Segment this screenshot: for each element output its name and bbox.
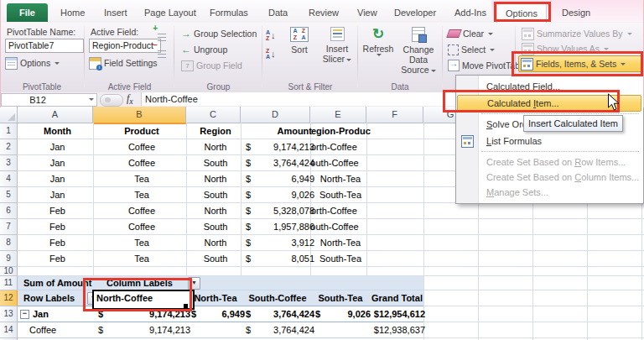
cell-D4[interactable]: $6,949: [241, 171, 318, 186]
sort-za-button[interactable]: ZA↓: [266, 45, 284, 62]
cell-B7[interactable]: Coffee: [93, 219, 190, 234]
pivottable-name-input[interactable]: PivotTable7: [5, 39, 84, 53]
tab-add-ins[interactable]: Add-Ins: [446, 3, 495, 22]
cell-B14[interactable]: $9,174,213: [93, 322, 194, 337]
tab-home[interactable]: Home: [52, 3, 93, 22]
menu-item-list-formulas[interactable]: List Formulas: [456, 133, 643, 149]
cell-D14[interactable]: $3,764,424: [241, 322, 318, 337]
row-header-6[interactable]: 6: [0, 203, 18, 219]
cell-D2[interactable]: $9,174,213: [241, 139, 318, 154]
summarize-values-by-button[interactable]: Summarize Values By: [520, 26, 634, 41]
cell-C8[interactable]: North: [186, 235, 245, 250]
cell-B2[interactable]: Coffee: [93, 139, 190, 154]
cell-A2[interactable]: Jan: [18, 139, 97, 154]
row-header-13[interactable]: 13: [0, 306, 18, 322]
row-header-9[interactable]: 9: [0, 251, 18, 267]
row-header-5[interactable]: 5: [0, 187, 18, 203]
cell-C1[interactable]: Region: [186, 123, 245, 139]
change-data-source-button[interactable]: Change Data Source: [397, 25, 440, 75]
cell-E2[interactable]: North-Coffee: [310, 139, 371, 154]
cell-E3[interactable]: South-Coffee: [310, 155, 371, 170]
tab-insert[interactable]: Insert: [96, 3, 136, 22]
cell-E6[interactable]: North-Coffee: [310, 203, 371, 218]
column-header-E[interactable]: E: [310, 107, 366, 123]
tab-data[interactable]: Data: [260, 3, 296, 22]
cell-A7[interactable]: Feb: [18, 219, 97, 234]
row-header-12[interactable]: 12: [0, 290, 18, 306]
cell-D1[interactable]: Amount: [241, 123, 315, 139]
tab-review[interactable]: Review: [300, 3, 347, 22]
row-header-11[interactable]: 11: [0, 276, 18, 290]
cell-D12[interactable]: South-Coffee: [241, 290, 314, 306]
cell-B9[interactable]: Tea: [93, 251, 190, 266]
cell-C5[interactable]: South: [186, 187, 245, 202]
cell-C4[interactable]: North: [186, 171, 245, 186]
ungroup-button[interactable]: ← Ungroup: [179, 42, 229, 57]
cell-D6[interactable]: $5,328,078: [241, 203, 318, 218]
insert-function-icon[interactable]: fx: [127, 92, 140, 106]
sort-az-button[interactable]: AZ↓: [266, 27, 284, 44]
cell-D7[interactable]: $1,957,886: [241, 219, 318, 234]
cell-C7[interactable]: South: [186, 219, 245, 234]
cell-A1[interactable]: Month: [18, 123, 97, 139]
tab-formulas[interactable]: Formulas: [201, 3, 257, 22]
row-header-3[interactable]: 3: [0, 155, 18, 171]
cell-A9[interactable]: Feb: [18, 251, 97, 266]
cell-C12[interactable]: North-Tea: [186, 290, 245, 306]
cell-F13[interactable]: $12,954,612: [366, 306, 428, 322]
row-header-10[interactable]: 10: [0, 267, 18, 276]
cell-E12[interactable]: South-Tea: [310, 290, 371, 306]
select-button[interactable]: Select: [446, 42, 496, 57]
name-box[interactable]: B12: [1, 93, 97, 107]
row-header-2[interactable]: 2: [0, 139, 18, 155]
row-header-4[interactable]: 4: [0, 171, 18, 187]
tab-page-layout[interactable]: Page Layout: [136, 3, 205, 22]
cell-D13[interactable]: $3,764,424: [241, 306, 318, 322]
cell-A5[interactable]: Jan: [18, 187, 97, 202]
cell-A3[interactable]: Jan: [18, 155, 97, 170]
insert-slicer-button[interactable]: Insert Slicer: [319, 25, 356, 64]
cell-E4[interactable]: North-Tea: [310, 171, 371, 186]
cell-A6[interactable]: Feb: [18, 203, 97, 218]
field-settings-button[interactable]: i Field Settings: [87, 55, 159, 71]
cell-B6[interactable]: Coffee: [93, 203, 190, 218]
column-header-C[interactable]: C: [186, 107, 241, 123]
cell-D8[interactable]: $3,912: [241, 235, 318, 250]
cell-A4[interactable]: Jan: [18, 171, 97, 186]
column-header-B[interactable]: B: [93, 107, 186, 124]
active-field-input[interactable]: Region-Product: [89, 39, 161, 53]
refresh-button[interactable]: ↻ Refresh: [362, 25, 394, 56]
cell-B8[interactable]: Tea: [93, 235, 190, 250]
cell-D3[interactable]: $3,764,424: [241, 155, 318, 170]
cell-E8[interactable]: North-Tea: [310, 235, 371, 250]
tab-view[interactable]: View: [349, 3, 386, 22]
cell-C2[interactable]: North: [186, 139, 245, 154]
cell-C13[interactable]: $6,949: [186, 306, 248, 322]
row-header-8[interactable]: 8: [0, 235, 18, 251]
collapse-button[interactable]: −: [20, 310, 29, 319]
pivottable-options-button[interactable]: Options: [3, 55, 61, 71]
cell-D5[interactable]: $9,026: [241, 187, 318, 202]
tab-design[interactable]: Design: [553, 3, 599, 22]
column-header-D[interactable]: D: [241, 107, 310, 123]
group-selection-button[interactable]: → Group Selection: [179, 26, 258, 41]
cell-C6[interactable]: North: [186, 203, 245, 218]
cell-E13[interactable]: $9,026: [310, 306, 374, 322]
column-header-F[interactable]: F: [366, 107, 423, 123]
cell-E5[interactable]: South-Tea: [310, 187, 371, 202]
cell-B5[interactable]: Tea: [93, 187, 190, 202]
cell-D9[interactable]: $8,051: [241, 251, 318, 266]
tab-file[interactable]: File: [7, 3, 48, 22]
cell-C9[interactable]: South: [186, 251, 245, 266]
clear-button[interactable]: Clear: [446, 26, 495, 41]
cell-C3[interactable]: South: [186, 155, 245, 170]
row-header-14[interactable]: 14: [0, 322, 18, 338]
tab-developer[interactable]: Developer: [386, 3, 444, 22]
cell-F12[interactable]: Grand Total: [366, 290, 428, 306]
cell-A8[interactable]: Feb: [18, 235, 97, 250]
row-header-7[interactable]: 7: [0, 219, 18, 235]
cell-F14[interactable]: $12,938,637: [366, 322, 428, 337]
name-box-dropdown-icon[interactable]: [89, 98, 94, 101]
cell-B3[interactable]: Coffee: [93, 155, 190, 170]
row-header-1[interactable]: 1: [0, 123, 18, 139]
